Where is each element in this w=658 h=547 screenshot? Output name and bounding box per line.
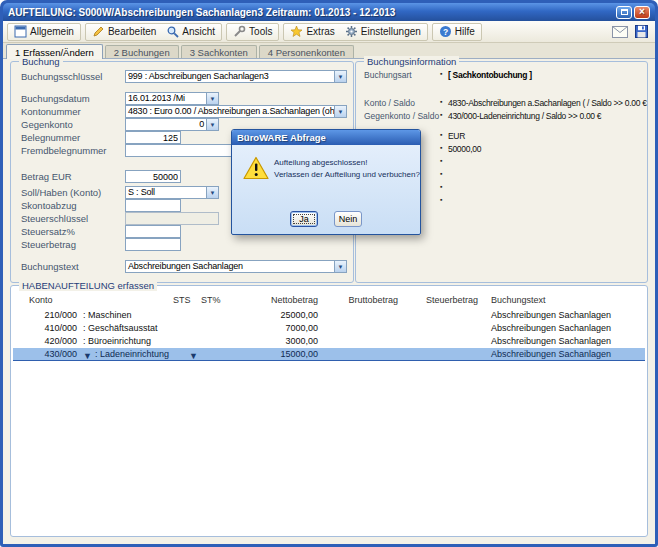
toolbar-group-4: Extras Einstellungen bbox=[283, 23, 427, 41]
chevron-down-icon[interactable]: ▼ bbox=[206, 93, 218, 104]
toolbar-group-3: Tools bbox=[226, 23, 279, 41]
tab-buchungen[interactable]: 2 Buchungen bbox=[105, 45, 179, 58]
cell-name: : Maschinen bbox=[83, 310, 132, 320]
menu-label: Extras bbox=[306, 26, 334, 37]
buchungsdatum-label: Buchungsdatum bbox=[21, 93, 123, 104]
menu-label: Allgemein bbox=[30, 26, 74, 37]
belegnummer-input[interactable] bbox=[125, 131, 181, 144]
menu-extras[interactable]: Extras bbox=[286, 24, 338, 40]
menu-hilfe[interactable]: ? Hilfe bbox=[435, 24, 479, 40]
menu-einstellungen[interactable]: Einstellungen bbox=[341, 24, 425, 40]
buchungstext-label: Buchungstext bbox=[21, 261, 123, 272]
bullet-icon: ▪ bbox=[440, 131, 442, 138]
table-row[interactable]: 210/000 : Maschinen 25000,00 Abschreibun… bbox=[13, 309, 645, 322]
bullet-icon: ▪ bbox=[440, 183, 442, 190]
chevron-down-icon[interactable]: ▼ bbox=[334, 71, 346, 82]
dialog-window: BüroWARE Abfrage Aufteilung abgeschlosse… bbox=[231, 129, 421, 235]
kontonummer-select[interactable]: 4830 : Euro 0.00 / Abschreibungen a.Sach… bbox=[125, 105, 347, 118]
chevron-down-icon[interactable]: ▼ bbox=[334, 106, 346, 117]
toolbar-group-5: ? Hilfe bbox=[432, 23, 482, 41]
buchungsdatum-value: 16.01.2013 /Mi bbox=[126, 93, 206, 104]
allgemein-icon bbox=[14, 25, 27, 38]
dialog-message: Aufteilung abgeschlossen! Verlassen der … bbox=[274, 157, 420, 181]
bullet-icon: ▪ bbox=[440, 170, 442, 177]
ja-button[interactable]: Ja bbox=[290, 211, 318, 227]
buchungsschluessel-select[interactable]: 999 : Abschreibungen Sachanlagen3 ▼ bbox=[125, 70, 347, 83]
bullet-icon: ▪ bbox=[440, 196, 442, 203]
menu-bearbeiten[interactable]: Bearbeiten bbox=[88, 24, 160, 40]
col-konto: Konto bbox=[29, 295, 53, 305]
toolbar-group-2: Bearbeiten Ansicht bbox=[85, 23, 222, 41]
sollhaben-label: Soll/Haben (Konto) bbox=[21, 187, 123, 198]
cell-netto: 3000,00 bbox=[238, 336, 318, 346]
konto-dropdown-icon[interactable]: ▼ bbox=[83, 351, 92, 361]
close-icon: × bbox=[639, 7, 645, 17]
titlebar[interactable]: AUFTEILUNG: S000W/Abschreibungen Sachanl… bbox=[3, 3, 655, 21]
toolbar-group-1: Allgemein bbox=[7, 23, 81, 41]
steuersatz-input[interactable] bbox=[125, 225, 181, 238]
cell-name: : Büroeinrichtung bbox=[83, 336, 151, 346]
dialog-message-line2: Verlassen der Aufteilung und verbuchen? bbox=[274, 169, 420, 181]
table-row-selected[interactable]: 430/000 ▼ : Ladeneinrichtung ▼ 15000,00 … bbox=[13, 348, 645, 361]
bullet-icon: ▪ bbox=[440, 111, 442, 118]
col-nettobetrag: Nettobetrag bbox=[238, 295, 318, 305]
col-stprozent: ST% bbox=[201, 295, 225, 305]
tab-personenkonten[interactable]: 4 Personenkonten bbox=[259, 45, 354, 58]
gear-icon bbox=[345, 25, 358, 38]
table-row[interactable]: 410/000 : Geschäftsausstat 7000,00 Absch… bbox=[13, 322, 645, 335]
gegenkonto-select[interactable]: 0 ▼ bbox=[125, 118, 219, 131]
dialog-buttons: Ja Nein bbox=[232, 211, 420, 227]
habenaufteilung-group: HABENAUFTEILUNG erfassen Konto STS ST% N… bbox=[10, 285, 648, 537]
sollhaben-value: S : Soll bbox=[126, 187, 206, 198]
wrench-icon bbox=[233, 25, 246, 38]
tab-sachkonten[interactable]: 3 Sachkonten bbox=[181, 45, 257, 58]
name-dropdown-icon[interactable]: ▼ bbox=[189, 351, 198, 361]
table-header: Konto STS ST% Nettobetrag Bruttobetrag S… bbox=[13, 295, 645, 307]
app-window: AUFTEILUNG: S000W/Abschreibungen Sachanl… bbox=[0, 0, 658, 547]
chevron-down-icon[interactable]: ▼ bbox=[334, 261, 346, 272]
habenaufteilung-legend: HABENAUFTEILUNG erfassen bbox=[19, 280, 157, 291]
cell-buchungstext: Abschreibungen Sachanlagen bbox=[491, 336, 611, 346]
bullet-icon: ▪ bbox=[440, 98, 442, 105]
toolbar: Allgemein Bearbeiten Ansicht Tools bbox=[3, 21, 655, 43]
gegenkonto-label: Gegenkonto bbox=[21, 119, 123, 130]
menu-ansicht[interactable]: Ansicht bbox=[162, 24, 219, 40]
cell-netto: 15000,00 bbox=[238, 349, 318, 359]
summe-netto-value: 50000,00 bbox=[448, 144, 481, 154]
menu-tools[interactable]: Tools bbox=[229, 24, 276, 40]
cell-netto: 7000,00 bbox=[238, 323, 318, 333]
warning-icon bbox=[243, 156, 269, 184]
nein-button[interactable]: Nein bbox=[334, 211, 362, 227]
menu-label: Ansicht bbox=[182, 26, 215, 37]
mail-button[interactable] bbox=[612, 26, 628, 38]
betrag-input[interactable] bbox=[125, 170, 181, 183]
kontonummer-label: Kontonummer bbox=[21, 106, 123, 117]
save-button[interactable] bbox=[635, 25, 648, 38]
buchungstext-select[interactable]: Abschreibungen Sachanlagen ▼ bbox=[125, 260, 347, 273]
fremdbelegnummer-label: Fremdbelegnummer bbox=[21, 145, 123, 156]
col-sts: STS bbox=[173, 295, 195, 305]
dialog-titlebar[interactable]: BüroWARE Abfrage bbox=[232, 130, 420, 145]
steuersatz-label: Steuersatz% bbox=[21, 226, 123, 237]
skontoabzug-input[interactable] bbox=[125, 199, 181, 212]
chevron-down-icon[interactable]: ▼ bbox=[206, 187, 218, 198]
restore-icon bbox=[621, 9, 628, 15]
buchungsdatum-select[interactable]: 16.01.2013 /Mi ▼ bbox=[125, 92, 219, 105]
cell-netto: 25000,00 bbox=[238, 310, 318, 320]
chevron-down-icon[interactable]: ▼ bbox=[206, 119, 218, 130]
close-button[interactable]: × bbox=[634, 6, 650, 19]
menu-label: Tools bbox=[249, 26, 272, 37]
steuerschluessel-label: Steuerschlüssel bbox=[21, 213, 123, 224]
help-icon: ? bbox=[439, 25, 452, 38]
table-row[interactable]: 420/000 : Büroeinrichtung 3000,00 Abschr… bbox=[13, 335, 645, 348]
menu-label: Einstellungen bbox=[361, 26, 421, 37]
menu-allgemein[interactable]: Allgemein bbox=[10, 24, 78, 40]
steuerbetrag-input[interactable] bbox=[125, 238, 181, 251]
cell-konto: 430/000 bbox=[29, 349, 77, 359]
konto-saldo-value: 4830-Abschreibungen a.Sachanlagen ( / Sa… bbox=[448, 98, 647, 108]
restore-button[interactable] bbox=[616, 6, 632, 19]
window-title: AUFTEILUNG: S000W/Abschreibungen Sachanl… bbox=[8, 7, 395, 18]
bullet-icon: ▪ bbox=[440, 144, 442, 151]
toolbar-right bbox=[612, 25, 651, 38]
sollhaben-select[interactable]: S : Soll ▼ bbox=[125, 186, 219, 199]
